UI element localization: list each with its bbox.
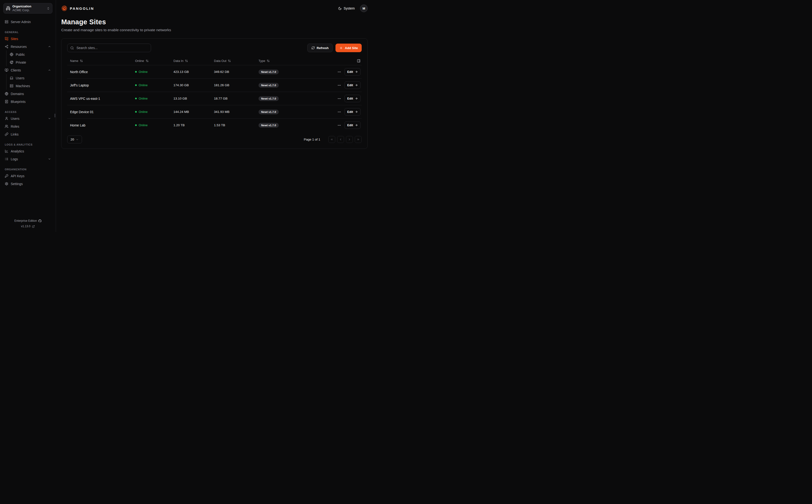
row-menu-button[interactable]: [336, 96, 342, 102]
building-icon: [6, 6, 10, 10]
section-label-organization: ORGANIZATION: [3, 168, 52, 171]
sidebar-item-label: Resources: [11, 45, 27, 49]
first-page-button[interactable]: [328, 136, 335, 143]
sidebar-item-analytics[interactable]: Analytics: [3, 147, 52, 155]
status-badge: Online: [135, 110, 173, 114]
card-toolbar: Refresh Add Site: [67, 44, 362, 52]
clients-subgroup: Users Machines: [6, 74, 52, 90]
version-label: v1.13.0: [21, 224, 30, 229]
sidebar-item-roles[interactable]: Roles: [3, 122, 52, 130]
column-label: Data In: [173, 59, 183, 63]
table-row: Jeff's Laptop Online 174.30 GB 181.26 GB…: [67, 78, 362, 92]
sidebar-item-public[interactable]: Public: [8, 50, 52, 58]
row-menu-button[interactable]: [336, 109, 342, 115]
column-header-online[interactable]: Online: [135, 59, 173, 63]
edit-button[interactable]: Edit: [345, 81, 360, 89]
data-in-value: 144.24 MB: [173, 110, 214, 114]
sidebar-item-label: Blueprints: [11, 100, 25, 104]
edit-button[interactable]: Edit: [345, 95, 360, 102]
sidebar-item-users[interactable]: Users: [3, 115, 52, 122]
external-link-icon[interactable]: [32, 225, 35, 228]
sidebar-item-label: Logs: [11, 157, 18, 161]
status-badge: Online: [135, 70, 173, 74]
theme-toggle[interactable]: System: [338, 6, 355, 10]
sidebar-item-label: Users: [16, 76, 25, 80]
column-header-data-out[interactable]: Data Out: [214, 59, 259, 63]
sidebar-item-logs[interactable]: Logs: [3, 155, 52, 163]
sort-icon: [185, 59, 188, 62]
data-out-value: 18.77 GB: [214, 97, 259, 100]
add-site-button[interactable]: Add Site: [335, 44, 362, 52]
page-size-select[interactable]: 20: [67, 136, 82, 143]
edit-label: Edit: [347, 110, 353, 114]
online-dot-icon: [135, 111, 137, 113]
sidebar-item-api-keys[interactable]: API Keys: [3, 172, 52, 180]
data-in-value: 174.30 GB: [173, 83, 214, 87]
add-site-label: Add Site: [345, 46, 358, 50]
link-icon: [5, 132, 8, 136]
sidebar-item-server-admin[interactable]: Server Admin: [3, 18, 52, 26]
sidebar-item-settings[interactable]: Settings: [3, 180, 52, 188]
sidebar-item-machines[interactable]: Machines: [8, 82, 52, 90]
org-name: ACME Corp.: [12, 8, 31, 12]
column-header-name[interactable]: Name: [67, 59, 135, 63]
user-avatar[interactable]: M: [360, 5, 368, 12]
globe-icon: [10, 53, 13, 56]
type-badge: Newt v1.7.0: [259, 123, 279, 128]
prev-page-button[interactable]: [337, 136, 344, 143]
globe-lock-icon: [10, 60, 13, 64]
sidebar-item-label: Public: [16, 53, 25, 56]
receipt-icon: [5, 100, 8, 103]
chevrons-up-down-icon: [47, 7, 50, 10]
sidebar-item-client-users[interactable]: Users: [8, 74, 52, 82]
edit-button[interactable]: Edit: [345, 121, 360, 129]
column-header-data-in[interactable]: Data In: [173, 59, 214, 63]
ellipsis-icon: [337, 123, 341, 127]
edit-label: Edit: [347, 97, 353, 100]
sidebar-item-links[interactable]: Links: [3, 130, 52, 138]
sidebar-item-label: Sites: [11, 37, 18, 41]
sidebar-item-private[interactable]: Private: [8, 58, 52, 66]
edition-label: Enterprise Edition: [14, 218, 37, 224]
org-switcher[interactable]: Organization ACME Corp.: [3, 3, 52, 14]
ellipsis-icon: [337, 70, 341, 74]
row-menu-button[interactable]: [336, 69, 342, 75]
sidebar-item-resources[interactable]: Resources: [3, 43, 52, 50]
search-box: [67, 44, 151, 52]
edit-label: Edit: [347, 83, 353, 87]
search-input[interactable]: [76, 46, 148, 50]
toggle-columns-button[interactable]: [355, 58, 362, 64]
edit-button[interactable]: Edit: [345, 68, 360, 76]
sidebar-item-sites[interactable]: Sites: [3, 35, 52, 43]
combine-icon: [5, 37, 8, 40]
globe-icon: [5, 92, 8, 96]
row-menu-button[interactable]: [336, 122, 342, 128]
type-badge: Newt v1.7.0: [259, 83, 279, 88]
sidebar-item-domains[interactable]: Domains: [3, 90, 52, 98]
type-badge: Newt v1.7.0: [259, 110, 279, 114]
refresh-button[interactable]: Refresh: [307, 44, 333, 52]
ellipsis-icon: [337, 110, 341, 114]
pangolin-logo-icon: [61, 5, 67, 11]
resources-subgroup: Public Private: [6, 50, 52, 66]
table-row: AWS VPC us-east-1 Online 13.10 GB 18.77 …: [67, 92, 362, 105]
site-name: AWS VPC us-east-1: [67, 97, 135, 101]
sidebar-scrollbar-thumb[interactable]: [55, 114, 55, 117]
ellipsis-icon: [337, 83, 341, 87]
sidebar-item-label: Links: [11, 132, 19, 136]
last-page-button[interactable]: [355, 136, 362, 143]
data-in-value: 13.10 GB: [173, 97, 214, 100]
chevron-left-icon: [339, 138, 342, 141]
edit-button[interactable]: Edit: [345, 108, 360, 116]
next-page-button[interactable]: [346, 136, 353, 143]
github-icon[interactable]: [38, 219, 41, 222]
row-menu-button[interactable]: [336, 82, 342, 88]
column-header-type[interactable]: Type: [259, 59, 334, 63]
sidebar-item-clients[interactable]: Clients: [3, 66, 52, 74]
brand-wordmark: PANGOLIN: [70, 6, 94, 10]
sidebar-item-blueprints[interactable]: Blueprints: [3, 98, 52, 106]
site-name: North Office: [67, 70, 135, 74]
section-label-logs-analytics: LOGS & ANALYTICS: [3, 143, 52, 146]
theme-label: System: [344, 6, 355, 10]
chevrons-right-icon: [357, 138, 360, 141]
